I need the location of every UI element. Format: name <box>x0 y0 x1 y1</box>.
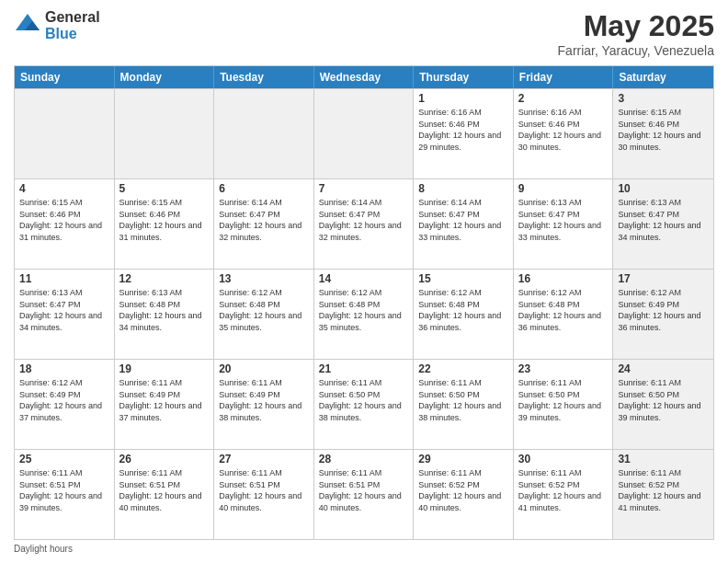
calendar-day-18: 18Sunrise: 6:12 AM Sunset: 6:49 PM Dayli… <box>15 360 115 449</box>
subtitle: Farriar, Yaracuy, Venezuela <box>558 43 714 58</box>
day-number: 18 <box>19 362 109 375</box>
day-header-tuesday: Tuesday <box>214 66 314 88</box>
day-header-wednesday: Wednesday <box>314 66 415 88</box>
calendar-day-6: 6Sunrise: 6:14 AM Sunset: 6:47 PM Daylig… <box>214 179 314 269</box>
calendar-empty <box>214 89 314 178</box>
footer-note: Daylight hours <box>14 544 714 554</box>
day-info: Sunrise: 6:13 AM Sunset: 6:47 PM Dayligh… <box>518 197 609 243</box>
calendar-day-12: 12Sunrise: 6:13 AM Sunset: 6:48 PM Dayli… <box>115 270 215 359</box>
day-number: 6 <box>219 182 309 195</box>
calendar-week-1: 4Sunrise: 6:15 AM Sunset: 6:46 PM Daylig… <box>15 178 713 269</box>
day-info: Sunrise: 6:13 AM Sunset: 6:48 PM Dayligh… <box>119 287 210 333</box>
day-info: Sunrise: 6:12 AM Sunset: 6:48 PM Dayligh… <box>219 287 309 333</box>
calendar-empty <box>115 89 215 178</box>
day-number: 11 <box>19 272 109 285</box>
calendar-day-23: 23Sunrise: 6:11 AM Sunset: 6:50 PM Dayli… <box>514 360 614 449</box>
calendar-day-15: 15Sunrise: 6:12 AM Sunset: 6:48 PM Dayli… <box>414 270 514 359</box>
calendar-day-7: 7Sunrise: 6:14 AM Sunset: 6:47 PM Daylig… <box>314 179 415 269</box>
calendar-day-21: 21Sunrise: 6:11 AM Sunset: 6:50 PM Dayli… <box>314 360 415 449</box>
day-info: Sunrise: 6:12 AM Sunset: 6:49 PM Dayligh… <box>19 377 109 423</box>
day-header-saturday: Saturday <box>613 66 713 88</box>
day-info: Sunrise: 6:11 AM Sunset: 6:52 PM Dayligh… <box>518 467 609 513</box>
header: General Blue May 2025 Farriar, Yaracuy, … <box>14 9 714 58</box>
day-info: Sunrise: 6:16 AM Sunset: 6:46 PM Dayligh… <box>518 107 609 153</box>
calendar-day-22: 22Sunrise: 6:11 AM Sunset: 6:50 PM Dayli… <box>414 360 514 449</box>
day-info: Sunrise: 6:12 AM Sunset: 6:48 PM Dayligh… <box>418 287 508 333</box>
day-number: 22 <box>418 362 508 375</box>
day-number: 19 <box>119 362 210 375</box>
day-header-monday: Monday <box>115 66 215 88</box>
day-number: 31 <box>618 453 709 465</box>
day-number: 29 <box>418 453 508 465</box>
day-number: 15 <box>418 272 508 285</box>
day-info: Sunrise: 6:11 AM Sunset: 6:50 PM Dayligh… <box>518 377 609 423</box>
day-number: 26 <box>119 453 210 465</box>
day-info: Sunrise: 6:11 AM Sunset: 6:49 PM Dayligh… <box>119 377 210 423</box>
calendar: SundayMondayTuesdayWednesdayThursdayFrid… <box>14 65 714 540</box>
calendar-day-10: 10Sunrise: 6:13 AM Sunset: 6:47 PM Dayli… <box>613 179 713 269</box>
calendar-day-28: 28Sunrise: 6:11 AM Sunset: 6:51 PM Dayli… <box>314 450 415 539</box>
calendar-week-4: 25Sunrise: 6:11 AM Sunset: 6:51 PM Dayli… <box>15 449 713 539</box>
calendar-body: 1Sunrise: 6:16 AM Sunset: 6:46 PM Daylig… <box>15 88 713 539</box>
calendar-day-26: 26Sunrise: 6:11 AM Sunset: 6:51 PM Dayli… <box>115 450 215 539</box>
calendar-day-13: 13Sunrise: 6:12 AM Sunset: 6:48 PM Dayli… <box>214 270 314 359</box>
day-number: 7 <box>319 182 409 195</box>
calendar-day-20: 20Sunrise: 6:11 AM Sunset: 6:49 PM Dayli… <box>214 360 314 449</box>
logo-icon <box>14 12 41 40</box>
day-number: 8 <box>418 182 508 195</box>
calendar-day-31: 31Sunrise: 6:11 AM Sunset: 6:52 PM Dayli… <box>613 450 713 539</box>
calendar-day-14: 14Sunrise: 6:12 AM Sunset: 6:48 PM Dayli… <box>314 270 415 359</box>
calendar-day-5: 5Sunrise: 6:15 AM Sunset: 6:46 PM Daylig… <box>115 179 215 269</box>
day-info: Sunrise: 6:11 AM Sunset: 6:49 PM Dayligh… <box>219 377 309 423</box>
logo-blue: Blue <box>45 26 100 42</box>
day-number: 27 <box>219 453 309 465</box>
day-number: 23 <box>518 362 609 375</box>
day-info: Sunrise: 6:12 AM Sunset: 6:48 PM Dayligh… <box>518 287 609 333</box>
day-info: Sunrise: 6:14 AM Sunset: 6:47 PM Dayligh… <box>418 197 508 243</box>
calendar-header: SundayMondayTuesdayWednesdayThursdayFrid… <box>15 66 713 88</box>
day-info: Sunrise: 6:14 AM Sunset: 6:47 PM Dayligh… <box>319 197 409 243</box>
day-info: Sunrise: 6:12 AM Sunset: 6:49 PM Dayligh… <box>618 287 709 333</box>
day-header-thursday: Thursday <box>414 66 514 88</box>
day-header-sunday: Sunday <box>15 66 115 88</box>
logo: General Blue <box>14 9 100 41</box>
day-info: Sunrise: 6:11 AM Sunset: 6:51 PM Dayligh… <box>119 467 210 513</box>
day-info: Sunrise: 6:11 AM Sunset: 6:51 PM Dayligh… <box>319 467 409 513</box>
day-info: Sunrise: 6:12 AM Sunset: 6:48 PM Dayligh… <box>319 287 409 333</box>
day-header-friday: Friday <box>514 66 614 88</box>
calendar-day-27: 27Sunrise: 6:11 AM Sunset: 6:51 PM Dayli… <box>214 450 314 539</box>
calendar-day-3: 3Sunrise: 6:15 AM Sunset: 6:46 PM Daylig… <box>613 89 713 178</box>
day-info: Sunrise: 6:15 AM Sunset: 6:46 PM Dayligh… <box>618 107 709 153</box>
day-number: 5 <box>119 182 210 195</box>
logo-text: General Blue <box>45 9 100 41</box>
day-info: Sunrise: 6:13 AM Sunset: 6:47 PM Dayligh… <box>618 197 709 243</box>
day-number: 3 <box>618 92 709 105</box>
day-info: Sunrise: 6:11 AM Sunset: 6:52 PM Dayligh… <box>618 467 709 513</box>
calendar-day-24: 24Sunrise: 6:11 AM Sunset: 6:50 PM Dayli… <box>613 360 713 449</box>
day-info: Sunrise: 6:11 AM Sunset: 6:50 PM Dayligh… <box>618 377 709 423</box>
day-info: Sunrise: 6:11 AM Sunset: 6:50 PM Dayligh… <box>319 377 409 423</box>
day-number: 20 <box>219 362 309 375</box>
day-number: 17 <box>618 272 709 285</box>
day-info: Sunrise: 6:11 AM Sunset: 6:52 PM Dayligh… <box>418 467 508 513</box>
day-number: 14 <box>319 272 409 285</box>
day-info: Sunrise: 6:11 AM Sunset: 6:50 PM Dayligh… <box>418 377 508 423</box>
day-number: 25 <box>19 453 109 465</box>
page: General Blue May 2025 Farriar, Yaracuy, … <box>0 0 728 563</box>
day-number: 10 <box>618 182 709 195</box>
day-info: Sunrise: 6:15 AM Sunset: 6:46 PM Dayligh… <box>119 197 210 243</box>
main-title: May 2025 <box>558 9 714 43</box>
day-number: 28 <box>319 453 409 465</box>
title-section: May 2025 Farriar, Yaracuy, Venezuela <box>558 9 714 58</box>
day-number: 16 <box>518 272 609 285</box>
day-number: 12 <box>119 272 210 285</box>
calendar-day-2: 2Sunrise: 6:16 AM Sunset: 6:46 PM Daylig… <box>514 89 614 178</box>
calendar-day-17: 17Sunrise: 6:12 AM Sunset: 6:49 PM Dayli… <box>613 270 713 359</box>
day-info: Sunrise: 6:15 AM Sunset: 6:46 PM Dayligh… <box>19 197 109 243</box>
calendar-day-30: 30Sunrise: 6:11 AM Sunset: 6:52 PM Dayli… <box>514 450 614 539</box>
calendar-day-16: 16Sunrise: 6:12 AM Sunset: 6:48 PM Dayli… <box>514 270 614 359</box>
day-number: 21 <box>319 362 409 375</box>
calendar-week-2: 11Sunrise: 6:13 AM Sunset: 6:47 PM Dayli… <box>15 269 713 359</box>
calendar-day-9: 9Sunrise: 6:13 AM Sunset: 6:47 PM Daylig… <box>514 179 614 269</box>
day-info: Sunrise: 6:16 AM Sunset: 6:46 PM Dayligh… <box>418 107 508 153</box>
